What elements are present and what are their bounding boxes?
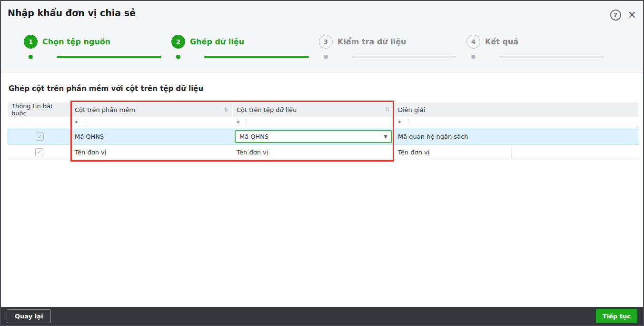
step-1-number: 1 (24, 35, 38, 49)
step-4-label: Kết quả (485, 37, 518, 46)
step-4-header: 4 Kết quả (466, 34, 614, 49)
step-4-bar (499, 56, 604, 58)
required-checkbox-cell: ✓ (8, 144, 71, 160)
chevron-down-icon[interactable]: ▼ (384, 134, 387, 139)
filter-asterisk: * (398, 119, 401, 126)
import-dialog: Nhập khẩu đơn vị chia sẻ ? ✕ 1 Chọn tệp … (0, 0, 644, 326)
file-column-dropdown[interactable]: Mã QHNS ▼ (235, 130, 392, 143)
filter-asterisk: * (75, 119, 78, 126)
step-3-dot (324, 55, 328, 59)
close-icon[interactable]: ✕ (628, 10, 636, 20)
filter-input-software-column[interactable]: * (71, 117, 233, 129)
column-header-software-label: Cột trên phần mềm (75, 106, 135, 113)
table-header-row: Thông tin bắt buộc Cột trên phần mềm ⇅ C… (8, 102, 638, 117)
filter-row: * * * (8, 117, 638, 129)
column-header-file-column[interactable]: Cột trên tệp dữ liệu ⇅ (233, 102, 394, 117)
dialog-footer: Quay lại Tiếp tục (1, 307, 643, 325)
table-row-ma-qhns[interactable]: ✓ Mã QHNS Mã QHNS ▼ Mã quan hệ ngân sách (8, 129, 638, 144)
step-3-label: Kiểm tra dữ liệu (337, 37, 406, 46)
filter-separator (85, 119, 85, 127)
section-title: Ghép cột trên phần mềm với cột trên tệp … (9, 84, 203, 93)
step-1-label: Chọn tệp nguồn (42, 37, 110, 46)
dialog-header: Nhập khẩu đơn vị chia sẻ ? ✕ 1 Chọn tệp … (1, 1, 643, 72)
step-2-dot (176, 55, 180, 59)
file-column-value: Tên đơn vị (237, 149, 268, 156)
file-column-cell[interactable]: Tên đơn vị (233, 144, 394, 160)
software-column-cell[interactable]: Tên đơn vị (71, 144, 233, 160)
description-cell: Tên đơn vị (394, 144, 638, 160)
step-3-number: 3 (319, 35, 333, 49)
filter-separator (408, 119, 408, 127)
step-2-progress (171, 55, 319, 59)
filter-input-description[interactable]: * (394, 117, 638, 129)
back-button[interactable]: Quay lại (7, 309, 51, 323)
column-header-file-label: Cột trên tệp dữ liệu (237, 106, 297, 113)
dialog-title: Nhập khẩu đơn vị chia sẻ (8, 8, 136, 18)
step-2-number: 2 (171, 35, 185, 49)
filter-separator (247, 119, 247, 127)
step-kiem-tra-du-lieu: 3 Kiểm tra dữ liệu (319, 34, 466, 59)
filter-cell-required (8, 117, 71, 129)
step-3-header: 3 Kiểm tra dữ liệu (319, 34, 466, 49)
help-icon[interactable]: ? (610, 10, 621, 20)
wizard-stepper: 1 Chọn tệp nguồn 2 Ghép dữ liệu (24, 34, 614, 59)
software-column-cell[interactable]: Mã QHNS (71, 129, 233, 144)
column-mapping-table: Thông tin bắt buộc Cột trên phần mềm ⇅ C… (8, 102, 638, 160)
step-4-dot (471, 55, 476, 59)
description-cell: Mã quan hệ ngân sách (395, 129, 638, 144)
filter-input-file-column[interactable]: * (233, 117, 394, 129)
sort-icon[interactable]: ⇅ (224, 106, 228, 113)
step-ghep-du-lieu: 2 Ghép dữ liệu (171, 34, 319, 59)
step-2-header: 2 Ghép dữ liệu (171, 34, 319, 49)
step-3-bar (352, 56, 456, 58)
step-chon-tep-nguon: 1 Chọn tệp nguồn (24, 34, 171, 59)
column-header-required-label: Thông tin bắt buộc (11, 102, 67, 117)
column-header-description[interactable]: Diễn giải (394, 102, 638, 117)
description-value: Mã quan hệ ngân sách (398, 133, 468, 140)
header-icons: ? ✕ (610, 10, 636, 20)
step-2-bar (204, 56, 309, 58)
filter-asterisk: * (237, 119, 240, 126)
step-4-progress (466, 55, 614, 59)
column-header-software-column[interactable]: Cột trên phần mềm ⇅ (71, 102, 233, 117)
step-1-bar (57, 56, 161, 58)
step-3-progress (319, 55, 466, 59)
software-column-value: Mã QHNS (75, 133, 104, 140)
step-ket-qua: 4 Kết quả (466, 34, 614, 59)
table-row-ten-don-vi[interactable]: ✓ Tên đơn vị Tên đơn vị Tên đơn vị (8, 144, 638, 160)
sort-icon[interactable]: ⇅ (385, 106, 390, 113)
step-1-progress (24, 55, 171, 59)
required-checkbox[interactable]: ✓ (36, 132, 44, 141)
step-1-header: 1 Chọn tệp nguồn (24, 34, 171, 49)
file-column-selected-value: Mã QHNS (239, 133, 268, 140)
column-header-required[interactable]: Thông tin bắt buộc (8, 102, 71, 117)
file-column-cell: Mã QHNS ▼ (233, 129, 395, 144)
continue-button[interactable]: Tiếp tục (596, 309, 637, 323)
required-checkbox-cell: ✓ (8, 129, 71, 144)
column-header-description-label: Diễn giải (398, 106, 425, 113)
step-4-number: 4 (466, 35, 480, 49)
step-1-dot (29, 55, 33, 59)
required-checkbox[interactable]: ✓ (35, 148, 43, 156)
description-value: Tên đơn vị (398, 149, 429, 156)
step-2-label: Ghép dữ liệu (190, 37, 244, 46)
software-column-value: Tên đơn vị (75, 149, 106, 156)
